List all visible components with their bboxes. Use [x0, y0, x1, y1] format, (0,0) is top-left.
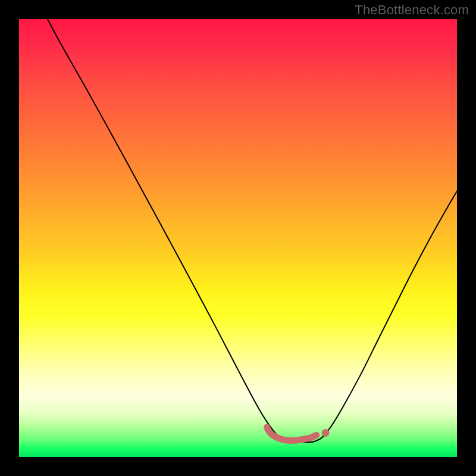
ridge-end-dot — [322, 429, 330, 437]
watermark-text: TheBottleneck.com — [355, 2, 469, 18]
bottleneck-curve-left — [48, 19, 312, 442]
plot-area — [19, 19, 457, 457]
bottleneck-curve-right — [312, 191, 457, 442]
curve-layer — [19, 19, 457, 457]
chart-frame: TheBottleneck.com — [0, 0, 476, 476]
optimal-ridge — [267, 427, 317, 440]
